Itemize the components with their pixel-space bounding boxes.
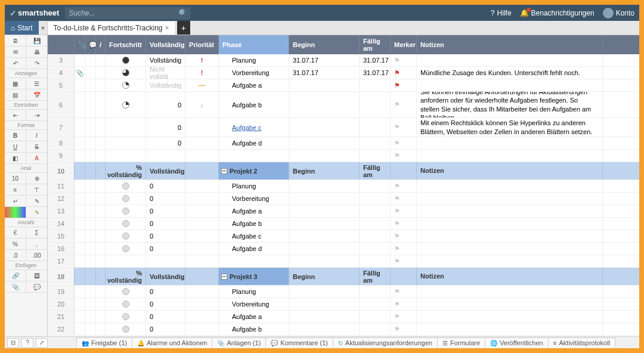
marker-cell[interactable]: ⚑ [391, 323, 417, 335]
progress-cell[interactable] [106, 286, 146, 298]
notes-cell[interactable] [417, 218, 603, 230]
table-row[interactable]: 22 0 Aufgabe b ⚑ [48, 323, 639, 336]
chat-cell[interactable] [85, 54, 96, 66]
notes-cell[interactable] [417, 243, 603, 255]
complete-cell[interactable]: Vollständig [146, 79, 185, 91]
notes-cell[interactable] [417, 323, 603, 335]
marker-cell[interactable]: ⚑ [391, 286, 417, 298]
col-priority[interactable]: Priorität [185, 35, 219, 54]
image-icon[interactable]: 🖼 [26, 270, 47, 281]
notes-cell[interactable]: Mit einem Rechtsklick können Sie Hyperli… [417, 118, 603, 137]
tool-mail-icon[interactable]: ✉ [5, 47, 26, 57]
format-paint-icon[interactable]: ✎ [26, 196, 47, 206]
row-number[interactable]: 14 [48, 218, 75, 230]
table-row[interactable]: 19 0 Planung ⚑ [48, 286, 639, 298]
font-size[interactable]: 10 [5, 173, 26, 184]
notes-cell[interactable] [417, 54, 603, 66]
table-row[interactable]: 13 0 Aufgabe a ⚑ [48, 205, 639, 218]
phase-cell[interactable] [219, 150, 289, 162]
begin-cell[interactable] [289, 311, 360, 323]
info-cell[interactable] [96, 118, 106, 137]
table-row[interactable]: 12 0 Vorbereitung ⚑ [48, 193, 639, 205]
row-number[interactable]: 20 [48, 298, 75, 310]
due-cell[interactable]: 31.07.17 [360, 54, 391, 66]
due-cell[interactable] [360, 150, 391, 162]
marker-cell[interactable]: ⚑ [391, 137, 417, 149]
begin-cell[interactable] [289, 323, 360, 335]
notes-cell[interactable] [417, 230, 603, 242]
notes-cell[interactable] [417, 286, 603, 298]
row-number[interactable]: 4 [48, 67, 75, 79]
complete-cell[interactable]: 0 [146, 193, 185, 205]
marker-cell[interactable]: ⚑ [391, 243, 417, 255]
attach-cell[interactable] [75, 193, 85, 205]
priority-cell[interactable] [185, 230, 219, 242]
info-cell[interactable] [96, 79, 106, 91]
progress-cell[interactable] [106, 218, 146, 230]
phase-cell[interactable] [219, 255, 289, 267]
due-cell[interactable] [360, 323, 391, 335]
priority-cell[interactable] [185, 205, 219, 217]
tool-undo-icon[interactable]: ↶ [5, 58, 26, 69]
italic-icon[interactable]: I [26, 130, 47, 141]
account-link[interactable]: Konto [603, 8, 634, 18]
phase-cell[interactable]: Planung [219, 180, 289, 192]
due-cell[interactable] [360, 298, 391, 310]
currency-icon[interactable]: € [5, 227, 26, 238]
due-cell[interactable]: 31.07.17 [360, 67, 391, 79]
priority-cell[interactable] [185, 137, 219, 149]
col-phase[interactable]: Phase [219, 35, 289, 54]
notes-cell[interactable] [417, 311, 603, 323]
attach-cell[interactable] [75, 79, 85, 91]
marker-cell[interactable]: ⚑ [391, 150, 417, 162]
complete-cell[interactable]: 0 [146, 243, 185, 255]
begin-cell[interactable] [289, 79, 360, 91]
font-color-icon[interactable]: A [26, 153, 47, 163]
project-header[interactable]: −Projekt 3 [219, 268, 289, 285]
progress-cell[interactable] [106, 205, 146, 217]
notes-cell[interactable] [417, 193, 603, 205]
progress-cell[interactable] [106, 243, 146, 255]
marker-cell[interactable]: ⚑ [391, 218, 417, 230]
due-cell[interactable] [360, 137, 391, 149]
tool-redo-icon[interactable]: ↷ [26, 58, 47, 69]
table-row[interactable]: 15 0 Aufgabe c ⚑ [48, 230, 639, 243]
cond-format-icon[interactable] [5, 207, 26, 218]
row-number[interactable]: 10 [48, 162, 75, 179]
underline-icon[interactable]: U [5, 141, 26, 152]
marker-cell[interactable]: ⚑ [391, 180, 417, 192]
col-notes[interactable]: Notizen [417, 35, 603, 54]
table-row[interactable]: 3 Vollständig ! Planung 31.07.17 31.07.1… [48, 54, 639, 67]
progress-cell[interactable] [106, 150, 146, 162]
info-cell[interactable] [96, 54, 106, 66]
phase-cell[interactable]: Aufgabe a [219, 79, 289, 91]
outdent-icon[interactable]: ⇤ [5, 110, 26, 120]
info-cell[interactable] [96, 286, 106, 298]
info-cell[interactable] [96, 243, 106, 255]
table-row[interactable]: 16 0 Aufgabe d ⚑ [48, 243, 639, 255]
info-cell[interactable] [96, 311, 106, 323]
complete-cell[interactable]: Nicht vollstä [146, 67, 185, 79]
begin-cell[interactable] [289, 137, 360, 149]
attach-cell[interactable] [75, 118, 85, 137]
view-card-icon[interactable]: ▤ [5, 89, 26, 100]
chat-cell[interactable] [85, 180, 96, 192]
search-input[interactable]: Suche... 🔍 [65, 7, 190, 19]
notes-cell[interactable] [417, 180, 603, 192]
ft-anlagen[interactable]: 📎Anlagen (1) [212, 337, 266, 348]
progress-cell[interactable] [106, 118, 146, 137]
complete-cell[interactable]: 0 [146, 218, 185, 230]
chat-cell[interactable] [85, 218, 96, 230]
attach-cell[interactable] [75, 137, 85, 149]
priority-cell[interactable] [185, 311, 219, 323]
notifications-link[interactable]: 🔔Benachrichtigungen [520, 9, 595, 17]
tool-disk-icon[interactable]: 💾 [26, 35, 47, 46]
begin-cell[interactable] [289, 298, 360, 310]
due-cell[interactable] [360, 243, 391, 255]
complete-cell[interactable]: Vollständig [146, 54, 185, 66]
progress-cell[interactable] [106, 67, 146, 79]
phase-cell[interactable]: Planung [219, 54, 289, 66]
section-header-row[interactable]: 18 % vollständig Vollständig −Projekt 3 … [48, 268, 639, 286]
priority-cell[interactable] [185, 118, 219, 137]
tool-save-icon[interactable]: 🗎 [5, 35, 26, 46]
